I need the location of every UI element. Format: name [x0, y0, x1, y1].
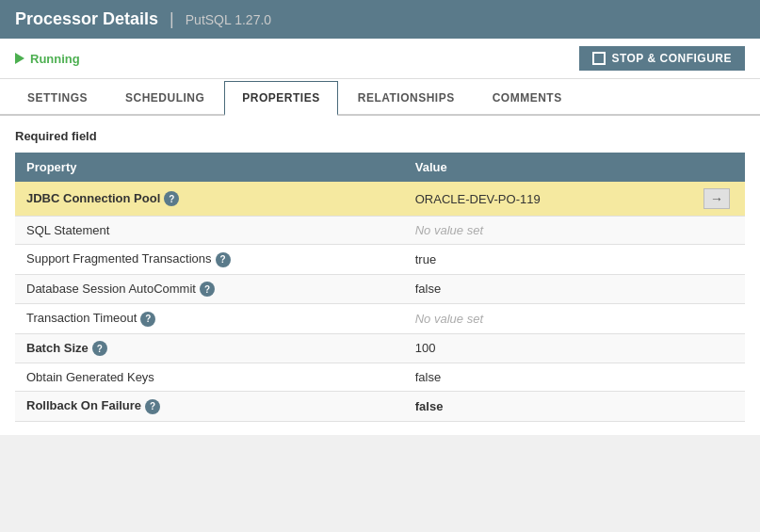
stop-button-label: STOP & CONFIGURE — [611, 52, 732, 65]
property-value: ORACLE-DEV-PO-119 — [415, 192, 541, 206]
property-name-cell: Rollback On Failure? — [15, 392, 404, 422]
property-name: Rollback On Failure — [26, 398, 141, 412]
property-value-cell: true — [404, 245, 657, 275]
title-bar: Processor Details | PutSQL 1.27.0 — [0, 0, 760, 39]
main-content: Required field Property Value JDBC Conne… — [0, 116, 760, 435]
property-value-cell: No value set — [404, 304, 657, 334]
property-action-cell — [657, 274, 745, 304]
tab-bar: SETTINGSSCHEDULINGPROPERTIESRELATIONSHIP… — [0, 79, 760, 116]
property-value-cell: false — [404, 392, 657, 422]
property-action-cell — [657, 304, 745, 334]
property-name: Database Session AutoCommit — [26, 282, 196, 296]
property-value: true — [415, 252, 436, 266]
property-name: Batch Size — [26, 341, 89, 355]
play-icon — [15, 53, 24, 64]
help-icon[interactable]: ? — [164, 191, 179, 206]
help-icon[interactable]: ? — [140, 312, 155, 327]
table-row[interactable]: Transaction Timeout?No value set — [15, 304, 745, 334]
property-action-cell — [657, 217, 745, 245]
property-value: false — [415, 370, 441, 384]
table-row[interactable]: Database Session AutoCommit?false — [15, 274, 745, 304]
property-value: 100 — [415, 341, 436, 355]
table-row[interactable]: Batch Size?100 — [15, 333, 745, 363]
property-column-header: Property — [15, 153, 404, 182]
properties-table: Property Value JDBC Connection Pool?ORAC… — [15, 153, 745, 422]
processor-version: PutSQL 1.27.0 — [186, 12, 271, 27]
navigate-arrow-button[interactable]: → — [703, 188, 730, 209]
table-row[interactable]: Obtain Generated Keysfalse — [15, 363, 745, 392]
property-name: JDBC Connection Pool — [26, 191, 160, 205]
table-row[interactable]: Support Fragmented Transactions?true — [15, 245, 745, 275]
help-icon[interactable]: ? — [216, 252, 231, 267]
help-icon[interactable]: ? — [92, 341, 107, 356]
property-action-cell: → — [657, 182, 745, 217]
property-name: Transaction Timeout — [26, 311, 137, 325]
stop-icon — [592, 52, 606, 65]
property-value-cell: false — [404, 274, 657, 304]
property-name: Support Fragmented Transactions — [26, 251, 212, 266]
property-name: Obtain Generated Keys — [26, 370, 154, 384]
help-icon[interactable]: ? — [200, 282, 215, 297]
table-row[interactable]: SQL StatementNo value set — [15, 217, 745, 245]
property-name-cell: Transaction Timeout? — [15, 304, 404, 334]
property-name-cell: JDBC Connection Pool? — [15, 182, 404, 217]
property-name: SQL Statement — [26, 223, 109, 237]
property-name-cell: SQL Statement — [15, 217, 404, 245]
table-row[interactable]: Rollback On Failure?false — [15, 392, 745, 422]
table-header-row: Property Value — [15, 153, 745, 182]
tab-comments[interactable]: COMMENTS — [475, 81, 580, 116]
help-icon[interactable]: ? — [145, 399, 160, 414]
tab-properties[interactable]: PROPERTIES — [224, 81, 337, 116]
property-action-cell — [657, 392, 745, 422]
running-status: Running — [15, 52, 80, 66]
action-column-header — [657, 153, 745, 182]
property-name-cell: Batch Size? — [15, 333, 404, 363]
property-name-cell: Obtain Generated Keys — [15, 363, 404, 392]
page-title: Processor Details — [15, 9, 158, 29]
table-row[interactable]: JDBC Connection Pool?ORACLE-DEV-PO-119→ — [15, 182, 745, 217]
title-separator: | — [170, 9, 174, 29]
property-value-cell: No value set — [404, 217, 657, 245]
status-bar: Running STOP & CONFIGURE — [0, 39, 760, 79]
tab-relationships[interactable]: RELATIONSHIPS — [340, 81, 473, 116]
property-name-cell: Database Session AutoCommit? — [15, 274, 404, 304]
property-value: false — [415, 282, 441, 296]
property-value: false — [415, 399, 444, 413]
tab-settings[interactable]: SETTINGS — [9, 81, 105, 116]
property-value-cell: false — [404, 363, 657, 392]
property-action-cell — [657, 333, 745, 363]
tab-scheduling[interactable]: SCHEDULING — [107, 81, 222, 116]
property-name-cell: Support Fragmented Transactions? — [15, 245, 404, 275]
property-action-cell — [657, 363, 745, 392]
property-value-cell: ORACLE-DEV-PO-119 — [404, 182, 657, 217]
value-column-header: Value — [404, 153, 657, 182]
property-value-cell: 100 — [404, 333, 657, 363]
stop-configure-button[interactable]: STOP & CONFIGURE — [579, 46, 745, 71]
property-value: No value set — [415, 312, 483, 326]
status-label: Running — [30, 52, 80, 66]
required-field-label: Required field — [15, 129, 745, 143]
property-action-cell — [657, 245, 745, 275]
property-value: No value set — [415, 223, 483, 237]
